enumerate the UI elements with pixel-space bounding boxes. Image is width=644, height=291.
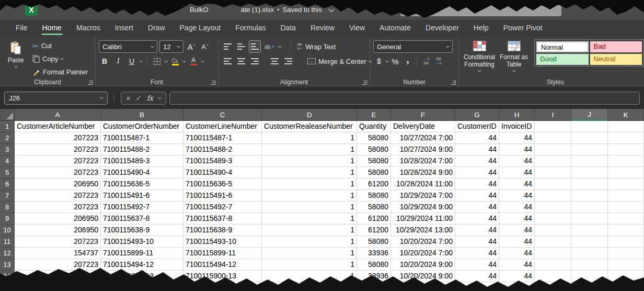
style-neutral[interactable]: Neutral: [590, 54, 642, 65]
column-header-A[interactable]: A: [15, 109, 101, 121]
style-bad[interactable]: Bad: [590, 41, 642, 52]
cell-K14[interactable]: [608, 271, 644, 282]
cell-B6[interactable]: 7100115636-5: [101, 178, 183, 190]
align-middle-button[interactable]: [235, 40, 247, 53]
cell-I6[interactable]: [535, 178, 571, 190]
cell-D4[interactable]: 1: [262, 155, 357, 167]
cell-A6[interactable]: 206950: [15, 178, 101, 190]
format-as-table-button[interactable]: Format as Table: [498, 39, 530, 74]
wrap-text-button[interactable]: abc↩ Wrap Text: [295, 40, 338, 53]
row-header-4[interactable]: 4: [0, 155, 15, 167]
cell-K3[interactable]: [608, 144, 644, 155]
cell-C5[interactable]: 7100115490-4: [183, 167, 262, 178]
cell-E6[interactable]: 61200: [357, 178, 391, 190]
cell-I7[interactable]: [535, 190, 571, 202]
cell-G2[interactable]: 44: [455, 132, 499, 144]
title-chevron-down-icon[interactable]: [329, 6, 334, 14]
underline-button[interactable]: U: [126, 55, 137, 68]
cell-F2[interactable]: 10/27/2024 7:00: [391, 132, 455, 144]
cell-E11[interactable]: 58080: [357, 236, 391, 248]
cell-H10[interactable]: 44: [499, 225, 535, 236]
row-header-9[interactable]: 9: [0, 213, 15, 225]
column-header-K[interactable]: K: [608, 109, 644, 121]
cell-D13[interactable]: 1: [262, 259, 357, 271]
cell-I5[interactable]: [535, 167, 571, 178]
cell-B14[interactable]: 7100115900-13: [101, 271, 183, 282]
align-left-button[interactable]: [222, 55, 233, 68]
cell-K5[interactable]: [608, 167, 644, 178]
cell-D9[interactable]: 1: [262, 213, 357, 225]
cut-button[interactable]: ✂ Cut: [30, 39, 90, 52]
align-right-button[interactable]: [249, 55, 260, 68]
cell-F8[interactable]: 10/29/2024 9:00: [391, 202, 455, 213]
cell-B2[interactable]: 7100115487-1: [101, 132, 183, 144]
cell-K8[interactable]: [608, 202, 644, 213]
cell-H12[interactable]: 44: [499, 248, 535, 259]
cell-D2[interactable]: 1: [262, 132, 357, 144]
cell-A5[interactable]: 207223: [15, 167, 101, 178]
cell-C1[interactable]: CustomerLineNumber: [183, 121, 262, 132]
row-header-8[interactable]: 8: [0, 202, 15, 213]
cell-I3[interactable]: [535, 144, 571, 155]
cell-C14[interactable]: 7100115900-13: [183, 271, 262, 282]
cell-F3[interactable]: 10/27/2024 9:00: [391, 144, 455, 155]
column-header-F[interactable]: F: [391, 109, 455, 121]
formula-input[interactable]: [169, 92, 640, 105]
cell-A14[interactable]: 154737: [15, 271, 101, 282]
tab-developer[interactable]: Developer: [418, 20, 466, 37]
cell-I4[interactable]: [535, 155, 571, 167]
cell-F11[interactable]: 10/20/2024 7:00: [391, 236, 455, 248]
cell-F10[interactable]: 10/29/2024 13:00: [391, 225, 455, 236]
copy-chevron-down-icon[interactable]: [60, 57, 64, 60]
insert-function-button[interactable]: fx: [147, 94, 153, 102]
row-header-2[interactable]: 2: [0, 132, 15, 144]
column-header-C[interactable]: C: [183, 109, 262, 121]
cell-E12[interactable]: 33936: [357, 248, 391, 259]
cell-G3[interactable]: 44: [455, 144, 499, 155]
tab-review[interactable]: Review: [303, 20, 342, 37]
cell-F1[interactable]: DeliveryDate: [391, 121, 455, 132]
cell-I1[interactable]: [535, 121, 571, 132]
tab-draw[interactable]: Draw: [141, 20, 172, 37]
cell-H1[interactable]: InvoiceID: [499, 121, 535, 132]
cell-B1[interactable]: CustomerOrderNumber: [101, 121, 183, 132]
cell-I14[interactable]: [535, 271, 571, 282]
cell-E1[interactable]: Quantity: [357, 121, 391, 132]
cell-K7[interactable]: [608, 190, 644, 202]
copy-button[interactable]: Copy: [30, 52, 90, 65]
column-header-J[interactable]: J: [571, 109, 608, 121]
cell-J14[interactable]: [571, 271, 608, 282]
fill-color-chevron-down-icon[interactable]: [182, 59, 186, 62]
cell-I2[interactable]: [535, 132, 571, 144]
cell-E13[interactable]: 58080: [357, 259, 391, 271]
cell-H7[interactable]: 44: [499, 190, 535, 202]
cell-K6[interactable]: [608, 178, 644, 190]
grow-font-button[interactable]: Aˆ: [186, 40, 197, 53]
align-top-button[interactable]: [222, 40, 233, 53]
cell-E10[interactable]: 61200: [357, 225, 391, 236]
cell-K2[interactable]: [608, 132, 644, 144]
percent-format-button[interactable]: %: [389, 55, 401, 68]
cell-G9[interactable]: 44: [455, 213, 499, 225]
cell-H2[interactable]: 44: [499, 132, 535, 144]
tab-home[interactable]: Home: [35, 20, 69, 37]
row-header-7[interactable]: 7: [0, 190, 15, 202]
cell-E7[interactable]: 58080: [357, 190, 391, 202]
cell-A12[interactable]: 154737: [15, 248, 101, 259]
cell-G10[interactable]: 44: [455, 225, 499, 236]
cell-D11[interactable]: 1: [262, 236, 357, 248]
cell-K10[interactable]: [608, 225, 644, 236]
cell-B13[interactable]: 7100115494-12: [101, 259, 183, 271]
cell-D14[interactable]: 1: [262, 271, 357, 282]
cell-E14[interactable]: 33936: [357, 271, 391, 282]
name-box[interactable]: J26: [4, 92, 108, 105]
cell-E3[interactable]: 58080: [357, 144, 391, 155]
cell-C12[interactable]: 7100115899-11: [183, 248, 262, 259]
cell-C4[interactable]: 7100115489-3: [183, 155, 262, 167]
cell-J1[interactable]: [571, 121, 608, 132]
increase-decimal-button[interactable]: ←0.00: [420, 55, 432, 68]
cell-B7[interactable]: 7100115491-6: [101, 190, 183, 202]
cell-J2[interactable]: [571, 132, 608, 144]
column-header-H[interactable]: H: [499, 109, 535, 121]
cell-F7[interactable]: 10/29/2024 7:00: [391, 190, 455, 202]
